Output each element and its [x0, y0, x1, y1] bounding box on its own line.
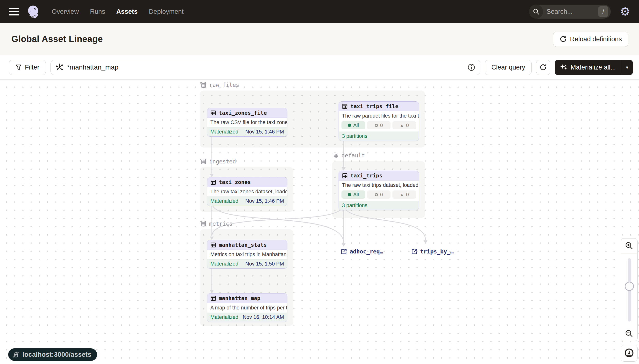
ring-icon — [375, 124, 378, 127]
nav-links: Overview Runs Assets Deployment — [52, 8, 184, 16]
download-icon — [624, 348, 634, 358]
global-search-input[interactable]: Search... / — [529, 4, 611, 18]
asset-node-taxi-trips-file[interactable]: taxi_trips_file The raw parquet files fo… — [339, 102, 419, 141]
table-icon — [210, 296, 216, 301]
external-asset-trips-by[interactable]: trips_by_… — [411, 248, 453, 255]
materialization-timestamp[interactable]: Nov 15, 1:46 PM — [245, 198, 284, 204]
triangle-icon: ▲ — [400, 192, 404, 197]
materialize-all-button[interactable]: Materialize all... — [555, 60, 621, 75]
triangle-icon: ▲ — [400, 123, 404, 128]
nav-item-runs[interactable]: Runs — [90, 8, 105, 16]
materialization-timestamp[interactable]: Nov 16, 10:14 AM — [243, 314, 284, 320]
zoom-in-icon — [625, 242, 633, 250]
external-link-icon — [341, 248, 347, 255]
top-nav: Overview Runs Assets Deployment Search..… — [0, 0, 639, 23]
sparkle-icon — [560, 64, 567, 71]
nav-item-overview[interactable]: Overview — [52, 8, 79, 16]
asset-description: The raw taxi trips dataset, loaded into … — [339, 180, 419, 190]
partition-health-badges: All 0 ▲0 — [339, 190, 419, 201]
asset-node-manhattan-map[interactable]: manhattan_map A map of the number of tri… — [207, 293, 287, 322]
asset-group-icon — [200, 82, 207, 88]
table-icon — [342, 104, 348, 109]
download-graph-button[interactable] — [621, 345, 637, 362]
dagster-logo[interactable] — [27, 4, 41, 18]
asset-selection-value: *manhattan_map — [67, 64, 464, 71]
page-title: Global Asset Lineage — [11, 34, 103, 44]
zoom-slider-thumb[interactable] — [625, 282, 634, 291]
filter-funnel-icon — [16, 64, 22, 70]
search-shortcut-key: / — [598, 6, 608, 17]
group-label-raw-files[interactable]: raw_files — [200, 82, 239, 88]
status-badge: Materialized — [210, 129, 238, 135]
search-placeholder: Search... — [546, 8, 598, 16]
partition-count: 3 partitions — [342, 133, 367, 139]
browser-status-url: localhost:3000/assets — [8, 348, 97, 361]
partition-health-badges: All 0 ▲0 — [339, 121, 419, 132]
table-icon — [210, 242, 216, 248]
materialization-timestamp[interactable]: Nov 15, 1:50 PM — [245, 261, 284, 267]
partitions-materialized-badge[interactable]: All — [341, 121, 365, 130]
asset-node-taxi-zones-file[interactable]: taxi_zones_file The raw CSV file for the… — [207, 108, 287, 136]
asset-node-taxi-zones[interactable]: taxi_zones The raw taxi zones dataset, l… — [207, 177, 287, 206]
search-icon — [529, 4, 543, 18]
status-badge: Materialized — [210, 314, 238, 320]
materialize-all-split-button: Materialize all... ▾ — [555, 60, 633, 75]
asset-node-taxi-trips[interactable]: taxi_trips The raw taxi trips dataset, l… — [339, 171, 419, 210]
asset-description: The raw parquet files for the taxi trips… — [339, 111, 419, 121]
insecure-lock-icon — [13, 351, 19, 358]
asset-lineage-canvas[interactable]: raw_files ingested default metrics taxi_… — [0, 80, 639, 364]
status-badge: Materialized — [210, 261, 238, 267]
lineage-graph-icon — [56, 64, 63, 71]
lineage-toolbar: Filter *manhattan_map Clear query — [0, 55, 639, 80]
group-label-metrics[interactable]: metrics — [200, 220, 233, 227]
asset-description: Metrics on taxi trips in Manhattan — [207, 250, 287, 259]
asset-group-icon — [200, 158, 207, 165]
green-dot-icon — [348, 193, 351, 196]
partitions-materialized-badge[interactable]: All — [341, 190, 365, 199]
external-asset-adhoc-request[interactable]: adhoc_req… — [341, 248, 383, 255]
filter-button[interactable]: Filter — [9, 60, 46, 75]
zoom-out-button[interactable] — [621, 326, 637, 341]
nav-item-assets[interactable]: Assets — [116, 8, 138, 16]
asset-description: A map of the number of trips per taxi z.… — [207, 303, 287, 312]
hamburger-menu-icon[interactable] — [9, 8, 19, 16]
table-icon — [210, 179, 216, 185]
refresh-graph-button[interactable] — [536, 60, 550, 75]
zoom-slider — [621, 253, 637, 326]
external-link-icon — [411, 248, 418, 255]
group-label-default[interactable]: default — [332, 152, 365, 159]
asset-description: The raw CSV file for the taxi zones dat.… — [207, 118, 287, 127]
refresh-icon — [539, 64, 547, 71]
partitions-missing-badge[interactable]: 0 — [367, 121, 391, 130]
group-label-ingested[interactable]: ingested — [200, 158, 236, 165]
zoom-out-icon — [625, 330, 633, 338]
asset-selection-input[interactable]: *manhattan_map — [51, 60, 480, 75]
materialize-dropdown-caret[interactable]: ▾ — [621, 60, 633, 75]
asset-group-icon — [200, 220, 207, 227]
table-icon — [210, 110, 216, 116]
query-info-icon[interactable] — [467, 64, 475, 71]
partition-count: 3 partitions — [342, 202, 367, 208]
partitions-failed-badge[interactable]: ▲0 — [392, 190, 416, 199]
page-header: Global Asset Lineage Reload definitions — [0, 23, 639, 55]
zoom-controls — [621, 238, 637, 341]
clear-query-button[interactable]: Clear query — [485, 60, 532, 75]
asset-node-manhattan-stats[interactable]: manhattan_stats Metrics on taxi trips in… — [207, 240, 287, 269]
nav-item-deployment[interactable]: Deployment — [149, 8, 184, 16]
table-icon — [342, 173, 348, 178]
reload-icon — [559, 36, 567, 43]
reload-definitions-button[interactable]: Reload definitions — [553, 32, 628, 47]
asset-description: The raw taxi zones dataset, loaded int..… — [207, 187, 287, 196]
green-dot-icon — [348, 124, 351, 127]
zoom-in-button[interactable] — [621, 238, 637, 253]
partitions-failed-badge[interactable]: ▲0 — [392, 121, 416, 130]
partitions-missing-badge[interactable]: 0 — [367, 190, 391, 199]
asset-group-icon — [332, 152, 339, 159]
materialization-timestamp[interactable]: Nov 15, 1:46 PM — [245, 129, 284, 135]
ring-icon — [375, 193, 378, 196]
status-badge: Materialized — [210, 198, 238, 204]
settings-gear-icon[interactable]: ⚙ — [620, 6, 630, 18]
